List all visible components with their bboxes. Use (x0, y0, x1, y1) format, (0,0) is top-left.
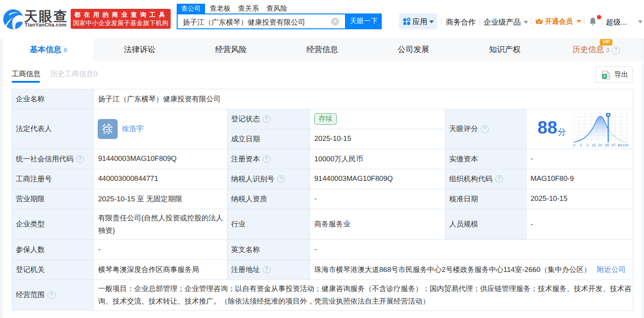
svg-text:X: X (603, 74, 606, 79)
svg-text:100: 100 (622, 143, 629, 147)
svg-text:3: 3 (586, 143, 589, 147)
svg-text:50: 50 (598, 143, 603, 147)
svg-text:0: 0 (573, 143, 576, 147)
svg-text:97: 97 (612, 143, 616, 147)
svg-text:1: 1 (580, 143, 582, 147)
svg-text:85: 85 (605, 143, 610, 147)
svg-text:15: 15 (592, 143, 596, 147)
svg-text:99: 99 (618, 143, 622, 147)
